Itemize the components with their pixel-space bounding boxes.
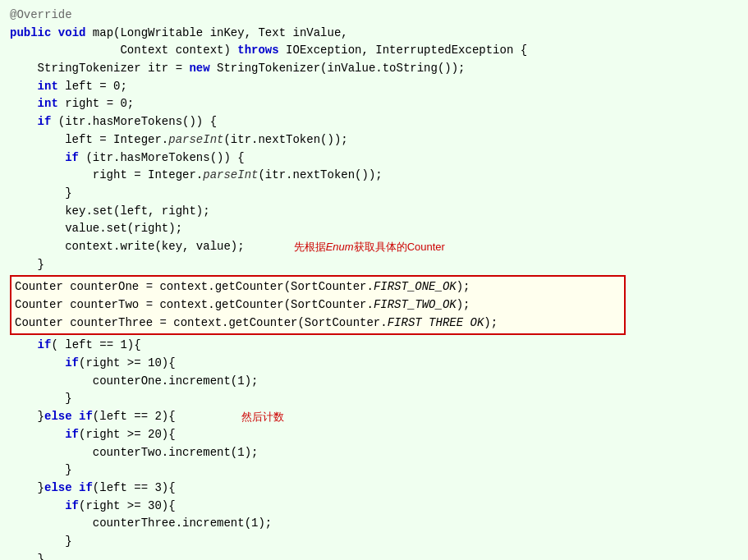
code-line-9: right = Integer.parseInt(itr.nextToken()… — [10, 167, 738, 185]
after-line-8: } — [10, 461, 738, 480]
after-line-2: if(right >= 10){ — [10, 355, 738, 373]
highlighted-line-2: Counter counterTwo = context.getCounter(… — [15, 296, 621, 314]
code-line-14: } — [10, 256, 738, 274]
after-line-4: } — [10, 390, 738, 408]
highlighted-line-1: Counter counterOne = context.getCounter(… — [15, 278, 621, 296]
code-line-8: if (itr.hasMoreTokens()) { — [10, 149, 738, 168]
after-line-3: counterOne.increment(1); — [10, 373, 738, 391]
code-line-2: Context context) throws IOException, Int… — [10, 42, 738, 60]
highlighted-line-3: Counter counterThree = context.getCounte… — [15, 314, 621, 333]
after-line-1: if( left == 1){ — [10, 337, 738, 355]
after-line-9: }else if(left == 3){ — [10, 480, 738, 498]
code-line-10: } — [10, 185, 738, 203]
after-line-13: } — [10, 551, 738, 560]
code-line-13: context.write(key, value); — [10, 238, 245, 256]
code-line-6: if (itr.hasMoreTokens()) { — [10, 113, 738, 131]
code-line-1: public void map(LongWritable inKey, Text… — [10, 25, 738, 43]
after-line-11: counterThree.increment(1); — [10, 515, 738, 533]
code-line-11: key.set(left, right); — [10, 203, 738, 221]
annotation-cn-2: 然后计数 — [241, 410, 284, 425]
after-line-5: }else if(left == 2){ — [10, 408, 176, 426]
code-line-12: value.set(right); — [10, 220, 738, 238]
code-line-5: int right = 0; — [10, 95, 738, 113]
code-line-13-row: context.write(key, value); 先根据Enum获取具体的C… — [10, 238, 738, 256]
after-line-12: } — [10, 533, 738, 551]
annotation-cn-1: 先根据Enum获取具体的Counter — [294, 240, 445, 255]
code-line-3: StringTokenizer itr = new StringTokenize… — [10, 60, 738, 78]
code-line-4: int left = 0; — [10, 78, 738, 96]
highlighted-block: Counter counterOne = context.getCounter(… — [10, 275, 626, 335]
code-line-7: left = Integer.parseInt(itr.nextToken())… — [10, 131, 738, 149]
after-line-10: if(right >= 30){ — [10, 498, 738, 516]
after-line-5-row: }else if(left == 2){ 然后计数 — [10, 408, 738, 426]
code-container: @Override public void map(LongWritable i… — [0, 0, 748, 560]
after-line-7: counterTwo.increment(1); — [10, 444, 738, 462]
annotation-line: @Override — [10, 7, 738, 25]
after-line-6: if(right >= 20){ — [10, 426, 738, 444]
